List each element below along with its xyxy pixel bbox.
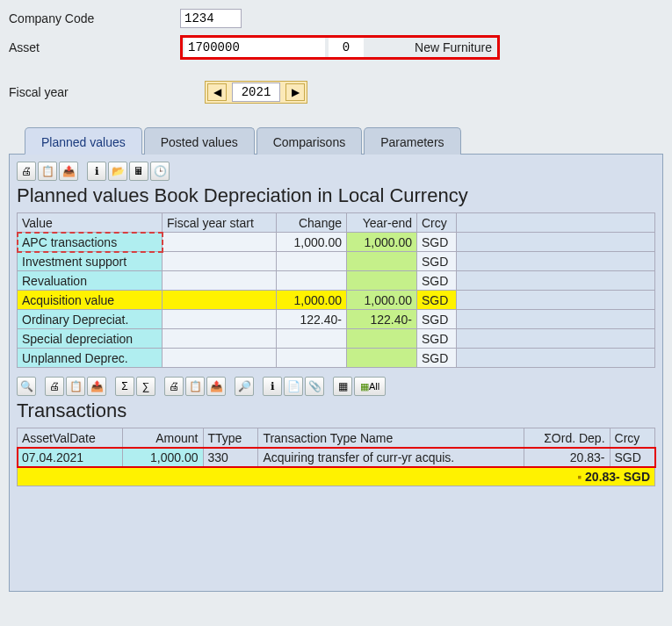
print2-icon[interactable]: 🖨 <box>45 377 64 396</box>
planned-title: Planned values Book Depreciation in Loca… <box>17 184 655 207</box>
col-yearend[interactable]: Year-end <box>347 213 417 233</box>
tab-comparisons[interactable]: Comparisons <box>257 127 362 155</box>
export2-icon[interactable]: 📤 <box>87 377 106 396</box>
asset-number-input[interactable] <box>184 38 325 57</box>
layout2-icon[interactable]: 📋 <box>66 377 85 396</box>
planned-table: Value Fiscal year start Change Year-end … <box>17 212 655 368</box>
fiscal-year-label: Fiscal year <box>9 85 180 99</box>
table-row[interactable]: Unplanned Deprec.SGD <box>18 349 655 368</box>
content-panel: 🖨 📋 📤 ℹ 📂 🖩 🕒 Planned values Book Deprec… <box>9 155 663 592</box>
print3-icon[interactable]: 🖨 <box>164 377 184 396</box>
tab-parameters[interactable]: Parameters <box>364 127 460 155</box>
info2-icon[interactable]: ℹ <box>263 377 282 396</box>
col-fys[interactable]: Fiscal year start <box>163 213 277 233</box>
tx-toolbar: 🔍 🖨 📋 📤 Σ ∑ 🖨 📋 📤 🔎 ℹ 📄 📎 ▦ ▦All <box>17 377 655 396</box>
asset-highlight: New Furniture <box>180 35 500 60</box>
tx-table: AssetValDate Amount TType Transaction Ty… <box>17 428 655 486</box>
export-icon[interactable]: 📤 <box>59 162 78 181</box>
table-row[interactable]: Investment supportSGD <box>18 252 655 271</box>
filter-icon[interactable]: 📂 <box>108 162 127 181</box>
company-code-input[interactable] <box>180 9 242 28</box>
col-crcy[interactable]: Crcy <box>417 213 457 233</box>
tx-title: Transactions <box>17 399 655 422</box>
fiscal-year-nav: ◀ ▶ <box>205 81 307 104</box>
subtotal-icon[interactable]: ∑ <box>136 377 155 396</box>
clock-icon[interactable]: 🕒 <box>150 162 170 181</box>
layout-icon[interactable]: 📋 <box>38 162 57 181</box>
layout3-icon[interactable]: 📋 <box>185 377 205 396</box>
col-txcrcy[interactable]: Crcy <box>610 428 654 448</box>
find-icon[interactable]: 🔎 <box>235 377 254 396</box>
col-amount[interactable]: Amount <box>123 428 203 448</box>
table-row[interactable]: Acquisition value1,000.001,000.00SGD <box>18 291 655 310</box>
table-row[interactable]: RevaluationSGD <box>18 271 655 291</box>
sum-icon[interactable]: Σ <box>115 377 134 396</box>
col-txname[interactable]: Transaction Type Name <box>258 428 524 448</box>
export3-icon[interactable]: 📤 <box>206 377 226 396</box>
year-prev-button[interactable]: ◀ <box>207 83 227 101</box>
tab-planned-values[interactable]: Planned values <box>25 127 142 155</box>
all-button[interactable]: ▦All <box>354 377 386 396</box>
col-date[interactable]: AssetValDate <box>18 428 123 448</box>
grid-icon[interactable]: ▦ <box>333 377 352 396</box>
asset-sub-input[interactable] <box>329 38 364 57</box>
col-change[interactable]: Change <box>277 213 347 233</box>
table-row[interactable]: APC transactions1,000.001,000.00SGD <box>18 233 655 252</box>
print-icon[interactable]: 🖨 <box>17 162 36 181</box>
nav-icon[interactable]: 📄 <box>284 377 303 396</box>
calc-icon[interactable]: 🖩 <box>129 162 148 181</box>
details-icon[interactable]: 🔍 <box>17 377 36 396</box>
col-value[interactable]: Value <box>18 213 163 233</box>
asset-label: Asset <box>9 40 180 54</box>
col-dep[interactable]: ΣOrd. Dep. <box>524 428 610 448</box>
clip-icon[interactable]: 📎 <box>305 377 324 396</box>
tab-posted-values[interactable]: Posted values <box>144 127 255 155</box>
year-next-button[interactable]: ▶ <box>285 83 305 101</box>
planned-toolbar: 🖨 📋 📤 ℹ 📂 🖩 🕒 <box>17 162 655 181</box>
asset-description: New Furniture <box>365 40 497 54</box>
tx-total-row: ▪ 20.83- SGD <box>18 467 655 486</box>
tab-strip: Planned values Posted values Comparisons… <box>9 126 663 155</box>
table-row[interactable]: Ordinary Depreciat.122.40-122.40-SGD <box>18 310 655 329</box>
tx-row[interactable]: 07.04.2021 1,000.00 330 Acquiring transf… <box>18 448 655 467</box>
col-ttype[interactable]: TType <box>203 428 258 448</box>
fiscal-year-input[interactable] <box>232 83 280 102</box>
table-row[interactable]: Special depreciationSGD <box>18 329 655 349</box>
info-icon[interactable]: ℹ <box>87 162 106 181</box>
company-code-label: Company Code <box>9 11 180 25</box>
